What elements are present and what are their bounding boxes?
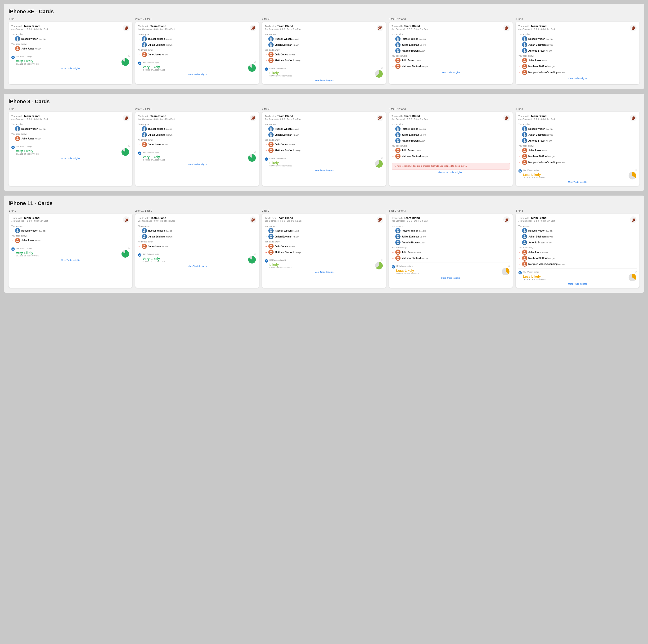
player-name: Julian Edelman NE WR [148, 235, 256, 238]
player-name: Marquez Valdes-Scantling GB WR [528, 263, 637, 266]
card-header: Trade with: Team Bland Joe Giampaoli · 3… [138, 217, 256, 223]
player-info: Marquez Valdes-Scantling GB WR [528, 263, 637, 266]
svg-point-41 [524, 71, 525, 72]
device-title: iPhone SE - Cards [8, 8, 640, 15]
player-avatar [522, 261, 527, 267]
player-name: Russell Wilson Sea QB [148, 38, 256, 40]
player-name: Julian Edelman NE WR [528, 235, 637, 238]
column-group: 2 for 2 Trade with: Team Bland Joe Giamp… [262, 17, 386, 84]
more-insights-link[interactable]: More Trade Insights [519, 283, 637, 285]
trade-arrow: → [138, 143, 141, 146]
svg-point-103 [270, 245, 272, 246]
player-info: Julio Jones Atl WR [275, 53, 383, 56]
acquire-arrow: → [265, 44, 267, 46]
svg-point-56 [270, 129, 272, 131]
svg-point-77 [524, 135, 526, 137]
player-info: Julio Jones Atl WR [402, 59, 510, 62]
acquire-arrow: → [519, 128, 521, 130]
svg-point-112 [397, 241, 398, 242]
more-insights-link[interactable]: More Trade Insights [11, 259, 129, 261]
player-avatar [268, 148, 274, 153]
svg-point-84 [524, 161, 525, 162]
player-name: Julian Edelman NE WR [402, 133, 510, 136]
svg-point-29 [397, 65, 398, 66]
player-row: → Russell Wilson Sea QB [11, 126, 129, 131]
more-insights-link[interactable]: More Trade Insights [265, 169, 383, 171]
player-avatar [522, 160, 527, 165]
player-info: Julian Edelman NE WR [275, 44, 383, 46]
more-insights-link[interactable]: More Trade Insights [138, 73, 256, 75]
player-avatar [522, 132, 527, 137]
trade-with-label: Trade with: Team Bland [138, 24, 250, 28]
player-name: Antonio Brown FA WR [528, 139, 637, 142]
svg-point-74 [524, 127, 525, 129]
trade-with-label: Trade with: Team Bland [11, 24, 123, 28]
trade-meta: Joe Giampaoli · 3-3-0 · 3rd of 5 in East [138, 118, 250, 120]
svg-point-24 [397, 45, 399, 47]
more-insights-link[interactable]: More Trade Insights [138, 265, 256, 267]
acquire-arrow: → [392, 139, 394, 142]
svg-point-79 [524, 141, 526, 142]
player-avatar [395, 228, 400, 233]
more-insights-link[interactable]: View More Trade Insights ↓ [392, 171, 510, 174]
trade-with-name: Team Bland [277, 217, 293, 220]
team-icon: 🏈 [503, 24, 510, 31]
card-header-text: Trade with: Team Bland Joe Giampaoli · 3… [265, 217, 376, 222]
trade-arrow: → [392, 65, 394, 68]
more-insights-link[interactable]: View Trade Insights [392, 71, 510, 74]
svg-point-58 [270, 135, 272, 137]
trade-with-label: Trade with: Team Bland [11, 115, 123, 118]
player-row: → Matthew Stafford Det QB [392, 154, 510, 159]
player-name: Julio Jones Atl WR [275, 53, 383, 56]
card-header-text: Trade with: Team Bland Joe Giampaoli · 3… [519, 24, 630, 30]
svg-point-27 [397, 59, 398, 60]
acquire-arrow: → [519, 38, 521, 40]
svg-point-120 [524, 231, 526, 233]
card-header-text: Trade with: Team Bland Joe Giampaoli · 3… [11, 217, 123, 222]
player-row: → Antonio Brown FA WR [519, 240, 637, 245]
player-info: Russell Wilson Sea QB [402, 38, 510, 40]
svg-point-19 [270, 61, 272, 62]
player-avatar [395, 132, 400, 137]
svg-point-111 [397, 237, 399, 238]
player-info: Russell Wilson Sea QB [528, 128, 637, 130]
player-avatar [522, 58, 527, 63]
svg-point-52 [144, 143, 145, 144]
acquire-label: You acquire: [265, 225, 383, 227]
player-info: Russell Wilson Sea QB [21, 229, 129, 232]
player-row: → Russell Wilson Sea QB [519, 126, 637, 131]
more-insights-link[interactable]: More Trade Insights [265, 79, 383, 81]
svg-point-82 [524, 155, 525, 156]
player-avatar [522, 154, 527, 159]
player-row: → Julian Edelman NE WR [519, 132, 637, 137]
trade-away-label: You trade away: [265, 241, 383, 243]
column-label: 1 for 1 [8, 17, 132, 20]
svg-point-125 [524, 251, 525, 252]
more-insights-link[interactable]: More Trade Insights [265, 271, 383, 273]
trade-meta: Joe Giampaoli · 3-3-0 · 3rd of 5 in East [265, 28, 376, 30]
device-section: iPhone 11 - Cards 1 for 1 Trade with: Te… [4, 195, 644, 293]
column-group: 3 for 3 Trade with: Team Bland Joe Giamp… [516, 108, 640, 186]
trade-card: Trade with: Team Bland Joe Giampaoli · 3… [389, 22, 513, 84]
more-insights-link[interactable]: More Trade Insights [519, 181, 637, 183]
trade-arrow: → [519, 149, 521, 152]
player-avatar [395, 58, 400, 63]
svg-point-96 [144, 245, 145, 246]
more-insights-link[interactable]: More Trade Insights [11, 157, 129, 160]
acquire-arrow: → [265, 235, 267, 238]
trade-away-label: You trade away: [519, 246, 637, 249]
player-info: Julian Edelman NE WR [402, 235, 510, 238]
column-group: 1 for 1 Trade with: Team Bland Joe Giamp… [8, 17, 132, 84]
acquire-arrow: → [519, 139, 521, 142]
trade-away-label: You trade away: [519, 55, 637, 57]
player-row: → Julio Jones Atl WR [519, 148, 637, 153]
more-insights-link[interactable]: More Trade Insights [138, 163, 256, 166]
trade-away-label: You trade away: [392, 246, 510, 249]
player-name: Russell Wilson Sea QB [528, 128, 637, 130]
more-insights-link[interactable]: More Trade Insights [392, 277, 510, 279]
acquire-arrow: → [392, 44, 394, 46]
player-info: Antonio Brown FA WR [528, 50, 637, 52]
more-insights-link[interactable]: More Trade Insights [11, 67, 129, 70]
player-info: Julio Jones Atl WR [402, 251, 510, 253]
more-insights-link[interactable]: View Trade Insights [519, 77, 637, 79]
